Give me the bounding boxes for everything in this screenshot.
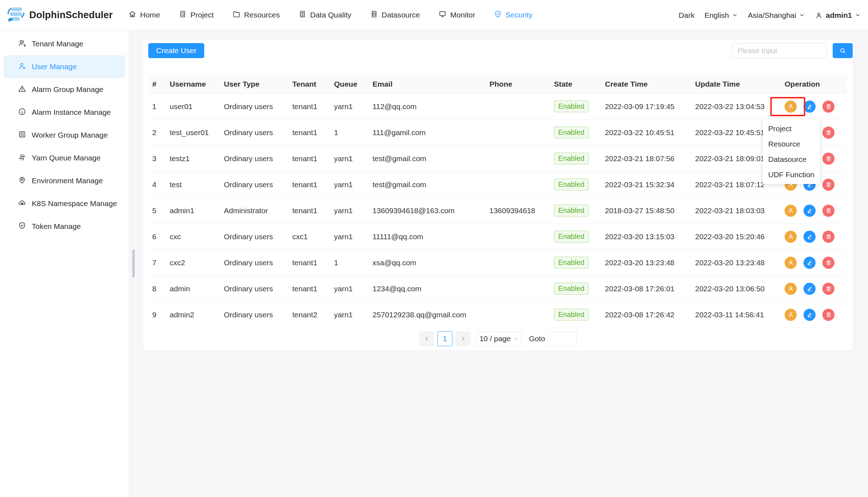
sidebar-item-alarm-instance-manage[interactable]: Alarm Instance Manage bbox=[0, 101, 129, 124]
row-index: 6 bbox=[149, 224, 170, 250]
sidebar-item-alarm-group-manage[interactable]: Alarm Group Manage bbox=[0, 78, 129, 101]
row-email: test@gmail.com bbox=[373, 171, 489, 198]
authorize-user-button[interactable] bbox=[785, 205, 797, 217]
nav-menu: Home Project Resources Data Quality Data… bbox=[128, 10, 533, 20]
nav-item-security[interactable]: Security bbox=[494, 10, 533, 20]
nav-item-datasource[interactable]: Datasource bbox=[370, 10, 420, 20]
sidebar-item-environment-manage[interactable]: Environment Manage bbox=[0, 169, 129, 192]
timezone-select[interactable]: Asia/Shanghai bbox=[748, 11, 805, 20]
status-badge: Enabled bbox=[554, 231, 589, 242]
delete-user-button[interactable] bbox=[822, 283, 834, 295]
trash-icon bbox=[825, 207, 832, 214]
authorize-user-button[interactable] bbox=[785, 231, 797, 243]
delete-user-button[interactable] bbox=[822, 127, 834, 139]
navbar-right: Dark English Asia/Shanghai admin1 bbox=[679, 0, 861, 30]
row-operation bbox=[785, 224, 847, 250]
delete-user-button[interactable] bbox=[822, 257, 834, 269]
search-input[interactable] bbox=[732, 43, 827, 58]
page-number-button[interactable]: 1 bbox=[437, 331, 452, 346]
row-queue: yarn1 bbox=[334, 198, 373, 224]
theme-toggle[interactable]: Dark bbox=[679, 11, 694, 20]
nav-item-project[interactable]: Project bbox=[179, 10, 214, 20]
pencil-icon bbox=[806, 103, 813, 110]
user-menu[interactable]: admin1 bbox=[815, 11, 861, 20]
trash-icon bbox=[825, 103, 832, 110]
dropdown-item-resource[interactable]: Resource bbox=[763, 136, 820, 152]
authorize-user-button[interactable] bbox=[785, 257, 797, 269]
edit-user-button[interactable] bbox=[803, 231, 816, 243]
delete-user-button[interactable] bbox=[822, 309, 834, 321]
row-queue: yarn1 bbox=[334, 171, 373, 198]
user-icon bbox=[787, 311, 794, 318]
row-username: admin2 bbox=[170, 302, 224, 328]
delete-user-button[interactable] bbox=[822, 179, 834, 191]
edit-user-button[interactable] bbox=[803, 309, 816, 321]
trash-icon bbox=[825, 233, 832, 240]
sidebar: Tenant Manage User Manage Alarm Group Ma… bbox=[0, 30, 129, 497]
edit-user-button[interactable] bbox=[803, 257, 816, 269]
row-user-type: Administrator bbox=[224, 198, 292, 224]
row-email: 1234@qq.com bbox=[373, 276, 489, 302]
row-email: test@gmail.com bbox=[373, 145, 489, 171]
brand[interactable]: DolphinScheduler bbox=[6, 6, 113, 24]
next-page-button[interactable] bbox=[456, 331, 471, 346]
sidebar-item-yarn-queue-manage[interactable]: Yarn Queue Manage bbox=[0, 147, 129, 169]
dropdown-item-project[interactable]: Project bbox=[763, 121, 820, 136]
edit-user-button[interactable] bbox=[803, 101, 816, 113]
sidebar-item-user-manage[interactable]: User Manage bbox=[4, 55, 125, 78]
col-tenant: Tenant bbox=[292, 75, 334, 93]
dropdown-item-udf-function[interactable]: UDF Function bbox=[763, 167, 820, 182]
prev-page-button[interactable] bbox=[419, 331, 434, 346]
row-username: cxc2 bbox=[170, 250, 224, 276]
project-icon bbox=[179, 10, 187, 20]
nav-item-home[interactable]: Home bbox=[128, 10, 160, 20]
delete-user-button[interactable] bbox=[822, 153, 834, 165]
edit-user-button[interactable] bbox=[803, 205, 816, 217]
row-create-time: 2022-03-09 17:19:45 bbox=[605, 93, 695, 119]
col-phone: Phone bbox=[489, 75, 554, 93]
pencil-icon bbox=[806, 312, 813, 318]
cloud-icon bbox=[18, 199, 26, 209]
row-state: Enabled bbox=[554, 302, 605, 328]
col-username: Username bbox=[170, 75, 224, 93]
trash-icon bbox=[825, 155, 832, 162]
row-index: 2 bbox=[149, 119, 170, 145]
page-size-select[interactable]: 10 / page bbox=[477, 331, 522, 346]
delete-user-button[interactable] bbox=[822, 101, 834, 113]
sliders-icon bbox=[18, 130, 26, 140]
delete-user-button[interactable] bbox=[822, 231, 834, 243]
edit-user-button[interactable] bbox=[803, 283, 816, 295]
search-button[interactable] bbox=[833, 43, 853, 58]
sidebar-item-label: Token Manage bbox=[32, 222, 81, 231]
row-state: Enabled bbox=[554, 198, 605, 224]
nav-item-monitor[interactable]: Monitor bbox=[438, 10, 475, 20]
language-select[interactable]: English bbox=[704, 11, 738, 20]
sidebar-item-token-manage[interactable]: Token Manage bbox=[0, 215, 129, 238]
delete-user-button[interactable] bbox=[822, 205, 834, 217]
row-user-type: Ordinary users bbox=[224, 119, 292, 145]
row-tenant: tenant1 bbox=[292, 250, 334, 276]
row-user-type: Ordinary users bbox=[224, 224, 292, 250]
row-queue: yarn1 bbox=[334, 93, 373, 119]
sidebar-item-tenant-manage[interactable]: Tenant Manage bbox=[0, 32, 129, 55]
dropdown-item-datasource[interactable]: Datasource bbox=[763, 152, 820, 167]
sidebar-item-k8s-namespace-manage[interactable]: K8S Namespace Manage bbox=[0, 192, 129, 215]
row-tenant: tenant1 bbox=[292, 276, 334, 302]
nav-item-data-quality[interactable]: Data Quality bbox=[298, 10, 351, 20]
row-queue: yarn1 bbox=[334, 302, 373, 328]
queue-asterisk-icon bbox=[18, 153, 26, 163]
row-username: admin bbox=[170, 276, 224, 302]
goto-page-input[interactable] bbox=[548, 331, 577, 346]
row-create-time: 2022-03-08 17:26:42 bbox=[605, 302, 695, 328]
authorize-user-button[interactable] bbox=[785, 283, 797, 295]
nav-item-label: Monitor bbox=[450, 11, 475, 19]
create-user-button[interactable]: Create User bbox=[148, 43, 204, 58]
scrollbar-handle[interactable] bbox=[132, 250, 135, 277]
sidebar-item-label: Alarm Instance Manage bbox=[32, 108, 111, 117]
table-row: 4testOrdinary userstenant1yarn1test@gmai… bbox=[149, 171, 847, 198]
authorize-user-button[interactable] bbox=[785, 309, 797, 321]
sidebar-item-worker-group-manage[interactable]: Worker Group Manage bbox=[0, 124, 129, 147]
row-phone bbox=[489, 302, 554, 328]
nav-item-resources[interactable]: Resources bbox=[232, 10, 280, 20]
authorize-user-button[interactable] bbox=[785, 101, 797, 113]
